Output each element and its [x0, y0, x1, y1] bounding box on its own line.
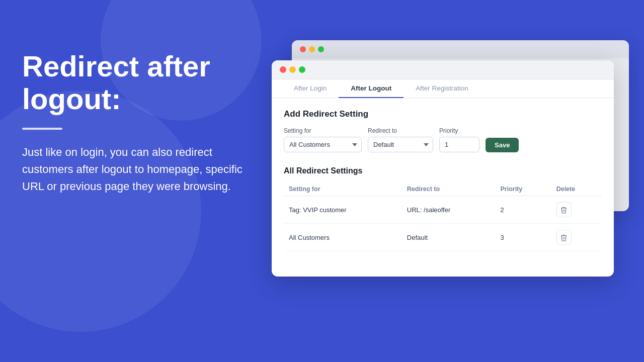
bg-tl-red	[300, 46, 306, 52]
cell-setting-for: Tag: VVIP customer	[284, 196, 402, 224]
redirect-table: Setting for Redirect to Priority Delete …	[284, 183, 602, 251]
tab-after-registration[interactable]: After Registration	[404, 79, 480, 98]
cell-redirect-to: URL: /saleoffer	[402, 196, 496, 224]
table-header-row: Setting for Redirect to Priority Delete	[284, 183, 602, 196]
all-settings-title: All Redirect Settings	[284, 166, 602, 175]
priority-group: Priority	[439, 127, 479, 152]
bg-tl-yellow	[309, 46, 315, 52]
save-button[interactable]: Save	[486, 138, 519, 152]
bg-window-titlebar	[292, 40, 629, 58]
col-redirect-to: Redirect to	[402, 183, 496, 196]
tl-green[interactable]	[299, 66, 305, 73]
redirect-to-group: Redirect to Default Homepage Previous Pa…	[368, 127, 433, 152]
traffic-lights	[280, 66, 305, 73]
bg-traffic-lights	[300, 46, 324, 52]
cell-delete	[551, 196, 602, 224]
add-redirect-title: Add Redirect Setting	[284, 109, 602, 119]
delete-button[interactable]	[556, 202, 572, 217]
tab-after-logout[interactable]: After Logout	[339, 79, 404, 98]
redirect-to-label: Redirect to	[368, 127, 433, 134]
cell-delete	[551, 224, 602, 251]
table-row: Tag: VVIP customerURL: /saleoffer2	[284, 196, 602, 224]
main-window: After Login After Logout After Registrat…	[272, 60, 614, 277]
col-delete: Delete	[551, 183, 602, 196]
col-setting-for: Setting for	[284, 183, 402, 196]
cell-redirect-to: Default	[402, 224, 496, 251]
setting-for-group: Setting for All Customers Tag: VVIP cust…	[284, 127, 362, 152]
window-content: Add Redirect Setting Setting for All Cus…	[272, 98, 614, 262]
cell-priority: 2	[495, 196, 551, 224]
setting-for-select[interactable]: All Customers Tag: VVIP customer	[284, 137, 362, 152]
cell-priority: 3	[495, 224, 551, 251]
tab-after-login[interactable]: After Login	[282, 79, 339, 98]
divider	[22, 128, 62, 130]
col-priority: Priority	[495, 183, 551, 196]
main-window-titlebar	[272, 60, 614, 79]
tl-yellow[interactable]	[289, 66, 296, 73]
table-row: All CustomersDefault3	[284, 224, 602, 251]
main-title: Redirect after logout:	[22, 50, 254, 116]
left-panel: Redirect after logout: Just like on logi…	[22, 50, 254, 195]
bg-tl-green	[318, 46, 324, 52]
tl-red[interactable]	[280, 66, 286, 73]
right-panel: After Login After Logout After Registrat…	[272, 30, 634, 322]
redirect-to-select[interactable]: Default Homepage Previous Page Custom UR…	[368, 137, 433, 152]
delete-button[interactable]	[556, 230, 572, 245]
add-redirect-form: Setting for All Customers Tag: VVIP cust…	[284, 127, 602, 152]
setting-for-label: Setting for	[284, 127, 362, 134]
priority-input[interactable]	[439, 137, 479, 152]
description: Just like on login, you can also redirec…	[22, 144, 254, 195]
cell-setting-for: All Customers	[284, 224, 402, 251]
main-window-tabs: After Login After Logout After Registrat…	[272, 79, 614, 98]
priority-label: Priority	[439, 127, 479, 134]
